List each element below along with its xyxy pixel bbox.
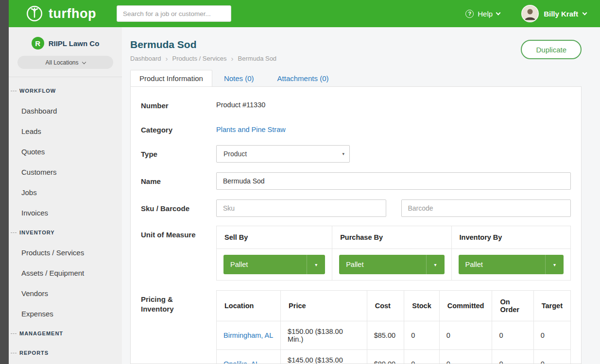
breadcrumb-dashboard[interactable]: Dashboard bbox=[130, 55, 161, 62]
sidebar: R RIIPL Lawn Co All Locations WORKFLOW D… bbox=[9, 27, 122, 364]
pricing-inventory-label: Pricing & Inventory bbox=[141, 290, 216, 314]
sell-by-dropdown[interactable]: Pallet ▾ bbox=[223, 255, 325, 274]
chevron-down-icon bbox=[583, 10, 587, 15]
tab-bar: Product Information Notes (0) Attachment… bbox=[130, 70, 582, 86]
barcode-input[interactable] bbox=[401, 199, 571, 217]
target-cell: 0 bbox=[533, 350, 570, 364]
sidebar-section-workflow[interactable]: WORKFLOW bbox=[11, 81, 122, 100]
caret-down-icon: ▾ bbox=[307, 255, 325, 274]
unit-of-measure-label: Unit of Measure bbox=[141, 226, 216, 240]
type-label: Type bbox=[141, 145, 216, 159]
purchase-by-dropdown[interactable]: Pallet ▾ bbox=[339, 255, 444, 274]
sidebar-item-expenses[interactable]: Expenses bbox=[11, 303, 122, 324]
breadcrumb: Dashboard › Products / Services › Bermud… bbox=[130, 55, 276, 62]
breadcrumb-separator: › bbox=[166, 55, 168, 62]
product-information-panel: Number Product #11330 Category Plants an… bbox=[130, 86, 582, 364]
sidebar-item-vendors[interactable]: Vendors bbox=[11, 283, 122, 303]
avatar bbox=[521, 5, 539, 22]
chevron-down-icon bbox=[82, 60, 86, 64]
all-locations-dropdown[interactable]: All Locations bbox=[17, 56, 113, 69]
company-badge: R bbox=[32, 37, 44, 50]
dashes-icon bbox=[11, 333, 17, 334]
company: R RIIPL Lawn Co bbox=[9, 27, 122, 50]
dashes-icon bbox=[11, 232, 17, 233]
left-rail bbox=[0, 0, 9, 364]
unit-of-measure-table: Sell By Purchase By Inventory By Pallet bbox=[216, 226, 571, 281]
sidebar-item-products-services[interactable]: Products / Services bbox=[11, 242, 122, 263]
tab-attachments[interactable]: Attachments (0) bbox=[266, 70, 341, 86]
dashes-icon bbox=[11, 91, 17, 91]
user-menu[interactable]: Billy Kraft bbox=[521, 5, 586, 22]
name-input[interactable] bbox=[216, 172, 571, 190]
stock-header: Stock bbox=[404, 291, 440, 321]
topbar-right: ? Help Billy Kraft bbox=[465, 5, 600, 22]
page-title: Bermuda Sod bbox=[130, 39, 276, 50]
sidebar-item-customers[interactable]: Customers bbox=[11, 162, 122, 182]
stock-cell: 0 bbox=[404, 350, 440, 364]
sidebar-item-dashboard[interactable]: Dashboard bbox=[11, 100, 122, 121]
sidebar-item-jobs[interactable]: Jobs bbox=[11, 182, 122, 202]
cost-cell: $85.00 bbox=[367, 321, 404, 350]
product-number-value: Product #11330 bbox=[216, 97, 265, 109]
sidebar-item-quotes[interactable]: Quotes bbox=[11, 141, 122, 162]
main-content: Bermuda Sod Dashboard › Products / Servi… bbox=[122, 27, 600, 364]
committed-header: Committed bbox=[439, 291, 492, 321]
duplicate-button[interactable]: Duplicate bbox=[521, 40, 582, 59]
on-order-header: On Order bbox=[492, 291, 533, 321]
on-order-cell: 0 bbox=[492, 321, 533, 350]
target-cell: 0 bbox=[533, 321, 570, 350]
price-header: Price bbox=[281, 291, 367, 321]
sidebar-nav: WORKFLOW Dashboard Leads Quotes Customer… bbox=[9, 77, 122, 363]
caret-down-icon: ▾ bbox=[426, 255, 445, 274]
committed-cell: 0 bbox=[439, 321, 492, 350]
committed-cell: 0 bbox=[439, 350, 492, 364]
help-icon: ? bbox=[465, 10, 474, 18]
turfhop-logo-icon bbox=[25, 4, 44, 23]
dashes-icon bbox=[11, 353, 17, 353]
type-select[interactable]: Product ▾ bbox=[216, 145, 350, 163]
sku-barcode-label: Sku / Barcode bbox=[141, 199, 216, 214]
price-cell: $150.00 ($138.00 Min.) bbox=[281, 321, 367, 350]
price-cell: $145.00 ($135.00 Min.) bbox=[281, 350, 367, 364]
all-locations-label: All Locations bbox=[45, 59, 78, 66]
sell-by-value: Pallet bbox=[230, 261, 248, 268]
topbar: turfhop ? Help Billy Kraft bbox=[9, 0, 600, 27]
brand-home-link[interactable]: turfhop bbox=[9, 4, 96, 23]
sidebar-section-reports[interactable]: REPORTS bbox=[11, 343, 122, 363]
purchase-by-header: Purchase By bbox=[332, 226, 451, 249]
table-row: Opelika, AL $145.00 ($135.00 Min.) $80.0… bbox=[217, 350, 571, 364]
number-label: Number bbox=[141, 97, 216, 111]
inventory-by-header: Inventory By bbox=[451, 226, 570, 249]
sidebar-item-assets-equipment[interactable]: Assets / Equipment bbox=[11, 263, 122, 283]
brand-name: turfhop bbox=[49, 6, 96, 21]
inventory-by-dropdown[interactable]: Pallet ▾ bbox=[459, 255, 564, 274]
name-label: Name bbox=[141, 172, 216, 186]
tab-product-information[interactable]: Product Information bbox=[130, 70, 212, 86]
cost-header: Cost bbox=[367, 291, 404, 321]
caret-down-icon: ▾ bbox=[342, 151, 344, 156]
stock-cell: 0 bbox=[404, 321, 440, 350]
breadcrumb-current: Bermuda Sod bbox=[238, 55, 277, 62]
category-label: Category bbox=[141, 121, 216, 135]
tab-notes[interactable]: Notes (0) bbox=[212, 70, 266, 86]
sidebar-section-inventory[interactable]: INVENTORY bbox=[11, 223, 122, 242]
help-label: Help bbox=[478, 10, 493, 18]
chevron-down-icon bbox=[496, 10, 501, 15]
help-menu[interactable]: ? Help bbox=[465, 10, 500, 18]
sidebar-section-management[interactable]: MANAGEMENT bbox=[11, 324, 122, 343]
sidebar-item-leads[interactable]: Leads bbox=[11, 121, 122, 141]
purchase-by-value: Pallet bbox=[346, 261, 363, 268]
category-link[interactable]: Plants and Pine Straw bbox=[216, 126, 286, 133]
on-order-cell: 0 bbox=[492, 350, 533, 364]
pricing-inventory-table: Location Price Cost Stock Committed On O… bbox=[216, 290, 571, 364]
breadcrumb-separator: › bbox=[231, 55, 234, 62]
target-header: Target bbox=[533, 291, 570, 321]
search-input[interactable] bbox=[117, 5, 231, 22]
table-row: Birmingham, AL $150.00 ($138.00 Min.) $8… bbox=[217, 321, 571, 350]
location-link[interactable]: Birmingham, AL bbox=[223, 331, 273, 339]
location-link[interactable]: Opelika, AL bbox=[223, 360, 259, 364]
sku-input[interactable] bbox=[216, 199, 386, 217]
breadcrumb-products-services[interactable]: Products / Services bbox=[172, 55, 227, 62]
sidebar-item-invoices[interactable]: Invoices bbox=[11, 202, 122, 223]
company-name: RIIPL Lawn Co bbox=[49, 39, 100, 48]
